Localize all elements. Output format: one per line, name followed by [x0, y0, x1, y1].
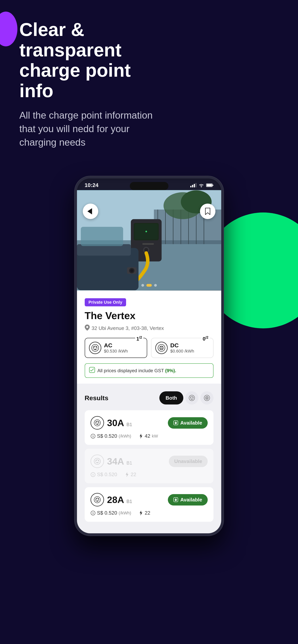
- battery-icon: [206, 183, 213, 187]
- location-pin-icon: [85, 324, 90, 332]
- carousel-dot-2[interactable]: [146, 284, 152, 287]
- svg-rect-0: [190, 186, 191, 187]
- private-use-badge: Private Use Only: [85, 298, 126, 306]
- charger-28A-power: 22: [139, 510, 150, 516]
- dc-type-name: DC: [170, 342, 209, 349]
- charger-30A-left: 30A B1: [91, 416, 132, 430]
- svg-point-61: [98, 422, 99, 422]
- svg-point-47: [189, 395, 195, 401]
- svg-point-67: [94, 458, 100, 464]
- filter-tab-dc[interactable]: [200, 391, 213, 404]
- address-text: 32 Ubi Avenue 3, #03-38, Vertex: [92, 325, 164, 331]
- charger-30A-header-row: 30A B1 Available: [91, 416, 208, 430]
- carousel-dot-3[interactable]: [154, 284, 157, 287]
- filter-tab-both[interactable]: Both: [159, 391, 183, 404]
- page-subtitle: All the charge point information that yo…: [19, 108, 159, 149]
- charger-result-30A[interactable]: 30A B1 Available: [85, 410, 213, 445]
- svg-point-38: [96, 346, 97, 348]
- phone-side-buttons: [222, 236, 223, 275]
- signal-icon: [190, 183, 196, 187]
- charger-30A-power: 42 kW: [139, 433, 158, 439]
- charger-28A-status: Available: [168, 494, 207, 506]
- charger-34A-price: $ S$ 0.520: [91, 472, 117, 478]
- svg-point-37: [93, 346, 95, 348]
- charger-28A-header-row: 28A B1 Available: [91, 493, 208, 506]
- charger-28A-name: 28A: [107, 495, 124, 505]
- charger-34A-icon: [91, 454, 104, 468]
- charger-34A-left: 34A B1: [91, 454, 132, 468]
- header-section: Clear & transparent charge point info Al…: [0, 0, 174, 161]
- gst-notice: All prices displayed include GST (9%).: [85, 363, 213, 378]
- charger-30A-sub: B1: [126, 422, 132, 427]
- svg-point-41: [160, 346, 163, 350]
- ac-count: 1/2: [135, 336, 143, 342]
- svg-rect-45: [162, 348, 163, 349]
- svg-point-52: [204, 395, 210, 401]
- svg-point-58: [94, 420, 100, 426]
- charger-result-34A[interactable]: 34A B1 Unavailable $ S$ 0.520: [85, 449, 213, 483]
- dc-charger-info: DC $0.600 /kWh: [170, 342, 209, 354]
- svg-point-62: [97, 424, 98, 424]
- svg-point-33: [130, 269, 133, 272]
- status-time: 10:24: [85, 182, 99, 188]
- hero-image: ◉: [77, 190, 221, 290]
- charger-types-container: AC $0.530 /kWh 1/2: [85, 338, 213, 358]
- results-section: Results Both: [77, 384, 221, 533]
- charger-28A-left: 28A B1: [91, 493, 132, 506]
- svg-rect-42: [160, 346, 161, 348]
- side-button-1: [222, 236, 223, 252]
- svg-text:◉: ◉: [145, 230, 147, 233]
- charger-30A-price: $ S$ 0.520 (/kWh): [91, 433, 131, 439]
- svg-rect-2: [194, 184, 195, 187]
- back-button[interactable]: [83, 204, 98, 219]
- results-label: Results: [85, 394, 109, 402]
- charger-34A-name: 34A: [107, 456, 124, 466]
- svg-point-40: [158, 344, 165, 351]
- charger-34A-power: 22: [125, 472, 136, 478]
- back-chevron-icon: [87, 208, 92, 214]
- location-address: 32 Ubi Avenue 3, #03-38, Vertex: [85, 324, 213, 332]
- svg-point-27: [144, 248, 148, 252]
- phone-mockup-wrapper: 10:24: [0, 176, 298, 555]
- charger-34A-status: Unavailable: [169, 456, 208, 467]
- ac-charger-info: AC $0.530 /kWh: [104, 342, 143, 354]
- svg-rect-55: [207, 397, 208, 398]
- svg-point-69: [96, 460, 97, 461]
- charger-28A-name-container: 28A B1: [107, 494, 132, 505]
- svg-point-60: [96, 422, 97, 422]
- ac-charger-icon: [89, 342, 101, 354]
- svg-rect-57: [207, 398, 208, 399]
- svg-rect-80: [175, 500, 176, 501]
- status-icons: [190, 183, 213, 187]
- svg-point-71: [97, 462, 98, 463]
- svg-rect-3: [195, 183, 196, 187]
- dc-price: $0.600 /kWh: [170, 349, 209, 354]
- charger-34A-header-row: 34A B1 Unavailable: [91, 454, 208, 468]
- location-title: The Vertex: [85, 310, 213, 322]
- svg-point-78: [97, 500, 98, 502]
- gst-rate: (9%).: [165, 368, 176, 373]
- carousel-dot-1[interactable]: [141, 284, 144, 287]
- svg-point-51: [191, 399, 192, 400]
- side-button-2: [222, 256, 223, 271]
- charger-result-28A[interactable]: 28A B1 Available: [85, 487, 213, 522]
- bookmark-button[interactable]: [200, 204, 215, 219]
- svg-rect-64: [175, 423, 176, 424]
- gst-text: All prices displayed include GST (9%).: [98, 368, 176, 374]
- charger-30A-name: 30A: [107, 418, 124, 428]
- ac-charger-card[interactable]: AC $0.530 /kWh 1/2: [85, 338, 147, 358]
- svg-point-35: [92, 344, 99, 351]
- dc-charger-icon: [155, 342, 168, 354]
- svg-rect-44: [160, 348, 161, 349]
- svg-rect-43: [162, 346, 163, 348]
- dc-charger-card[interactable]: DC $0.600 /kWh 0/2: [151, 338, 213, 358]
- svg-point-50: [192, 397, 193, 398]
- charger-34A-sub: B1: [126, 460, 132, 466]
- phone-frame: 10:24: [75, 176, 223, 536]
- filter-tab-ac[interactable]: [185, 391, 198, 404]
- carousel-dots: [141, 284, 157, 287]
- ac-type-name: AC: [104, 342, 143, 349]
- svg-rect-6: [212, 185, 213, 186]
- svg-text:$: $: [92, 474, 94, 476]
- wifi-icon: [198, 183, 204, 187]
